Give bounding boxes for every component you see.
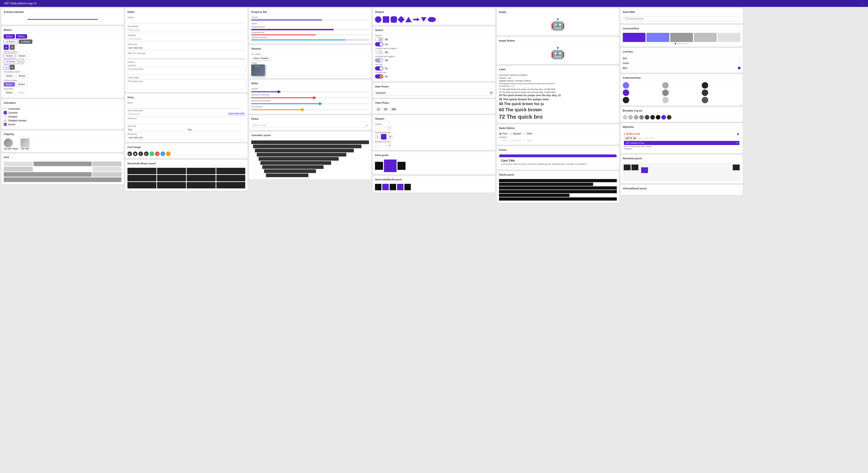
btn-ghost-1[interactable]: Button bbox=[16, 54, 28, 58]
slider-default-thumb[interactable] bbox=[277, 91, 280, 93]
font-icon-warning[interactable]: ! bbox=[166, 151, 170, 156]
dot-7[interactable] bbox=[687, 43, 688, 44]
editor-autosize-textarea[interactable] bbox=[127, 67, 245, 75]
time-hours[interactable]: 12 bbox=[375, 107, 381, 111]
list-red-radio[interactable] bbox=[738, 57, 741, 60]
carousel-1 bbox=[623, 33, 646, 42]
stepper-bg2-plus[interactable]: + bbox=[387, 143, 392, 148]
col-7[interactable] bbox=[623, 97, 629, 103]
btn-borderless-2[interactable]: Button bbox=[16, 91, 27, 95]
btn-icon-2[interactable]: ⊕ bbox=[10, 65, 15, 70]
entry-text-input-2[interactable] bbox=[187, 128, 246, 132]
font-icon-play[interactable]: ▶ bbox=[127, 151, 132, 156]
editor-readonly-input bbox=[127, 46, 245, 50]
editor-error-input[interactable] bbox=[127, 55, 245, 59]
entry-basic-input[interactable] bbox=[127, 104, 245, 108]
webview-feedback[interactable]: Feedback bbox=[624, 148, 739, 150]
col-2[interactable] bbox=[662, 82, 669, 89]
btn-icon-1[interactable]: ⊕ bbox=[4, 65, 9, 70]
btn-square-1[interactable]: ⊕ bbox=[4, 45, 9, 50]
btn-secondary-icon-1[interactable]: ⊕ Button bbox=[19, 39, 33, 44]
stepper-minus[interactable]: - bbox=[375, 126, 379, 130]
btn-outline-icon-2[interactable]: ⊕ Button bbox=[4, 59, 18, 64]
entry-placeholder-input[interactable] bbox=[127, 112, 227, 116]
col-1[interactable] bbox=[623, 82, 629, 89]
picker-select[interactable]: Select a color Red Green Blue bbox=[251, 123, 369, 128]
dot-3[interactable] bbox=[679, 43, 680, 44]
switch-off[interactable] bbox=[375, 37, 383, 41]
btn-outline-icon-1[interactable]: ⊕ Button bbox=[4, 39, 18, 44]
font-icon-close[interactable]: ✕ bbox=[155, 151, 160, 156]
btn-outline-icon-3[interactable]: ⊕ bbox=[19, 59, 24, 64]
stepper-bg-plus[interactable]: + bbox=[388, 134, 393, 139]
image-button-placeholder[interactable]: 🤖 bbox=[549, 45, 567, 61]
btn-tertiary-1[interactable]: Button bbox=[4, 82, 15, 87]
col-6[interactable] bbox=[702, 90, 708, 96]
col-4[interactable] bbox=[623, 90, 629, 96]
editor-fixed-textarea[interactable] bbox=[127, 79, 245, 90]
checkbox-box-checked[interactable]: ✓ bbox=[4, 111, 7, 114]
search-input[interactable] bbox=[628, 18, 739, 20]
btn-square-2[interactable]: ⊕ bbox=[10, 45, 15, 50]
dot-4[interactable] bbox=[681, 43, 682, 44]
editor-placeholder-input[interactable] bbox=[127, 28, 245, 32]
webview-close-icon[interactable]: ✕ bbox=[736, 142, 738, 144]
font-icon-check[interactable]: ✓ bbox=[150, 151, 154, 156]
switch-oncolor[interactable] bbox=[375, 66, 383, 70]
dot-5[interactable] bbox=[683, 43, 684, 44]
list-item-blue[interactable]: Blue bbox=[623, 66, 741, 70]
col-5[interactable] bbox=[662, 90, 669, 96]
font-icon-pause[interactable]: ⏸ bbox=[138, 151, 143, 156]
btn-ghost-icon[interactable] bbox=[25, 59, 30, 64]
entry-text-input-1[interactable] bbox=[127, 128, 186, 132]
list-item-green[interactable]: Green bbox=[623, 61, 741, 66]
entry-password-label: Password bbox=[127, 117, 245, 120]
dot-1[interactable] bbox=[675, 43, 676, 44]
radio-second-circle[interactable] bbox=[509, 132, 512, 135]
stepper-bg-minus[interactable]: - bbox=[375, 134, 379, 139]
button-card: Button Button Button ⊕ Button ⊕ Button ⊕… bbox=[1, 26, 124, 98]
checkbox-box-unchecked[interactable] bbox=[4, 107, 7, 110]
editor-default-input[interactable] bbox=[127, 19, 245, 23]
switch-disabled-toggled bbox=[375, 58, 383, 62]
btn-borderless-1[interactable]: Button bbox=[4, 91, 15, 95]
switch-on[interactable] bbox=[375, 42, 383, 46]
titlebar: .NET Multi-platform App UI ··· bbox=[0, 0, 868, 7]
col-3[interactable] bbox=[702, 82, 708, 89]
font-icon-info[interactable]: ℹ bbox=[160, 151, 165, 156]
dot-6[interactable] bbox=[685, 43, 686, 44]
radio-first-circle[interactable] bbox=[499, 132, 502, 135]
entry-password-input[interactable] bbox=[127, 120, 245, 124]
webview-dotnet-select[interactable]: .NET ▼ bbox=[624, 136, 637, 140]
switch-thumbcolor[interactable] bbox=[375, 74, 383, 78]
stepper-bg2-minus[interactable]: - bbox=[375, 143, 379, 148]
checkbox-box-accent[interactable]: ✓ bbox=[4, 123, 7, 126]
font-icon-stop[interactable]: ⏹ bbox=[133, 151, 137, 156]
btn-secondary-1[interactable]: Button bbox=[4, 73, 16, 78]
btn-outline-1[interactable]: Button bbox=[4, 54, 16, 58]
stepper-plus[interactable]: + bbox=[387, 126, 392, 130]
btn-secondary-2[interactable]: Button bbox=[16, 73, 28, 78]
col-8[interactable] bbox=[662, 97, 669, 103]
font-icon-skip[interactable]: ⏭ bbox=[144, 151, 149, 156]
dot-2[interactable] bbox=[677, 43, 678, 44]
window-controls[interactable]: ··· bbox=[862, 2, 864, 5]
btn-tertiary-2[interactable]: Button bbox=[16, 82, 28, 87]
list-green-radio[interactable] bbox=[738, 62, 741, 65]
hstack-item-4 bbox=[397, 184, 403, 190]
slider-max-thumb[interactable] bbox=[318, 102, 321, 105]
slider-thumb-circle[interactable] bbox=[301, 108, 304, 111]
time-minutes[interactable]: 00 bbox=[382, 107, 389, 111]
stepper-bg2-label: BackgroundColor bbox=[375, 140, 493, 143]
slider-min-thumb[interactable] bbox=[312, 96, 315, 99]
radio-third-circle[interactable] bbox=[523, 132, 526, 135]
webview-trash-icon: 🗑 bbox=[737, 133, 739, 135]
list-blue-radio[interactable] bbox=[738, 67, 741, 69]
btn-primary-1[interactable]: Button bbox=[4, 34, 15, 39]
btn-primary-2[interactable]: Button bbox=[16, 34, 27, 39]
entry-card: Entry Basic With Placeholder Placeholder… bbox=[125, 94, 248, 142]
date-picker-input[interactable]: 5/18/2022 📅 bbox=[375, 91, 493, 96]
time-ampm[interactable]: AM bbox=[390, 107, 398, 111]
list-item-red[interactable]: Red bbox=[623, 56, 741, 61]
col-9[interactable] bbox=[702, 97, 708, 103]
